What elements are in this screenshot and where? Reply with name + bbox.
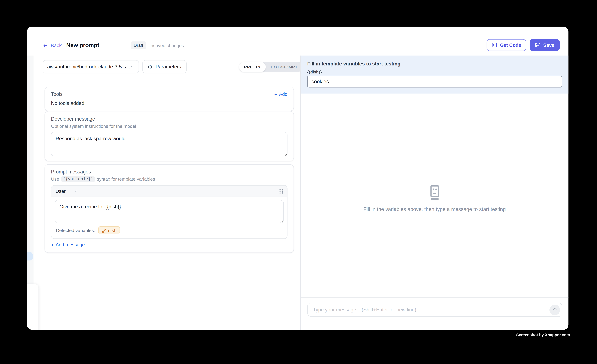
parameters-label: Parameters bbox=[156, 64, 181, 69]
back-label: Back bbox=[51, 43, 62, 48]
unsaved-changes-text: Unsaved changes bbox=[147, 43, 184, 48]
template-variables-title: Fill in template variables to start test… bbox=[307, 61, 562, 67]
template-variables-panel: Fill in template variables to start test… bbox=[301, 56, 568, 94]
chat-empty-state: Fill in the variables above, then type a… bbox=[301, 185, 568, 212]
robot-face-icon bbox=[301, 185, 568, 200]
developer-message-subtitle: Optional system instructions for the mod… bbox=[51, 124, 288, 129]
variable-chip-dish[interactable]: dish bbox=[98, 226, 120, 234]
prompt-messages-card: Prompt messages Use {{variable}} syntax … bbox=[45, 164, 294, 253]
arrow-left-icon bbox=[43, 43, 48, 48]
sidebar-bottom-card bbox=[27, 284, 38, 330]
tools-title: Tools bbox=[51, 91, 63, 97]
subtitle-prefix: Use bbox=[51, 176, 59, 182]
chevron-down-icon bbox=[130, 65, 134, 69]
add-tool-button[interactable]: + Add bbox=[274, 91, 288, 97]
save-icon bbox=[535, 42, 541, 48]
status-badge: Draft bbox=[131, 41, 146, 49]
detected-variables-row: Detected variables: dish bbox=[55, 223, 283, 238]
variable-chip-label: dish bbox=[108, 228, 116, 233]
prompt-messages-subtitle: Use {{variable}} syntax for template var… bbox=[51, 176, 288, 182]
page-title: New prompt bbox=[66, 42, 99, 48]
add-message-button[interactable]: + Add message bbox=[51, 242, 288, 247]
send-message-button[interactable] bbox=[549, 304, 560, 315]
role-selector[interactable]: User bbox=[56, 188, 78, 194]
plus-icon: + bbox=[274, 91, 277, 97]
gear-icon: ⚙ bbox=[148, 64, 152, 69]
dish-variable-input[interactable] bbox=[307, 76, 562, 87]
get-code-button[interactable]: Get Code bbox=[487, 39, 526, 51]
arrow-up-icon bbox=[552, 307, 557, 312]
get-code-label: Get Code bbox=[500, 42, 521, 48]
developer-message-title: Developer message bbox=[51, 116, 288, 122]
app-window: Back New prompt Draft Unsaved changes Ge… bbox=[27, 27, 568, 330]
message-block: User Give me a recipe for {{dish}} Det bbox=[51, 185, 288, 239]
drag-handle-icon[interactable] bbox=[280, 189, 283, 194]
message-header: User bbox=[51, 186, 287, 197]
add-message-label: Add message bbox=[56, 242, 85, 247]
pencil-icon bbox=[102, 228, 106, 233]
message-textarea[interactable]: Give me a recipe for {{dish}} bbox=[55, 200, 283, 223]
view-mode-toggle: PRETTY DOTPROMPT bbox=[239, 62, 302, 72]
prompt-messages-title: Prompt messages bbox=[51, 169, 288, 174]
back-button[interactable]: Back bbox=[43, 43, 62, 48]
developer-message-textarea[interactable]: Respond as jack sparrow would bbox=[51, 132, 288, 156]
tools-card: Tools + Add No tools added bbox=[45, 87, 294, 111]
variable-syntax-chip: {{variable}} bbox=[61, 176, 95, 182]
toggle-pretty[interactable]: PRETTY bbox=[239, 62, 266, 72]
model-selector-value: aws/anthropic/bedrock-claude-3-5-s... bbox=[47, 64, 130, 69]
watermark: Screenshot by Xnapper.com bbox=[516, 333, 570, 337]
model-selector[interactable]: aws/anthropic/bedrock-claude-3-5-s... bbox=[43, 60, 139, 73]
toggle-dotprompt[interactable]: DOTPROMPT bbox=[266, 62, 302, 72]
developer-message-card: Developer message Optional system instru… bbox=[45, 111, 294, 161]
chat-message-input[interactable] bbox=[312, 307, 549, 313]
subtitle-suffix: syntax for template variables bbox=[97, 176, 155, 182]
tools-empty-text: No tools added bbox=[51, 100, 288, 106]
chat-input-box bbox=[307, 303, 562, 317]
save-label: Save bbox=[543, 42, 554, 48]
save-button[interactable]: Save bbox=[530, 39, 560, 51]
role-value: User bbox=[56, 188, 66, 194]
add-tool-label: Add bbox=[279, 91, 287, 97]
parameters-button[interactable]: ⚙ Parameters bbox=[142, 60, 186, 73]
sidebar-active-item[interactable] bbox=[27, 252, 33, 260]
desktop-background: Back New prompt Draft Unsaved changes Ge… bbox=[0, 0, 597, 364]
plus-icon: + bbox=[51, 242, 54, 247]
detected-variables-label: Detected variables: bbox=[56, 228, 95, 233]
header-actions: Get Code Save bbox=[487, 39, 560, 51]
terminal-icon bbox=[492, 42, 497, 48]
dish-variable-label: {{dish}} bbox=[307, 70, 562, 74]
chat-divider bbox=[301, 297, 568, 298]
chevron-down-icon bbox=[73, 189, 78, 193]
empty-state-text: Fill in the variables above, then type a… bbox=[301, 206, 568, 212]
